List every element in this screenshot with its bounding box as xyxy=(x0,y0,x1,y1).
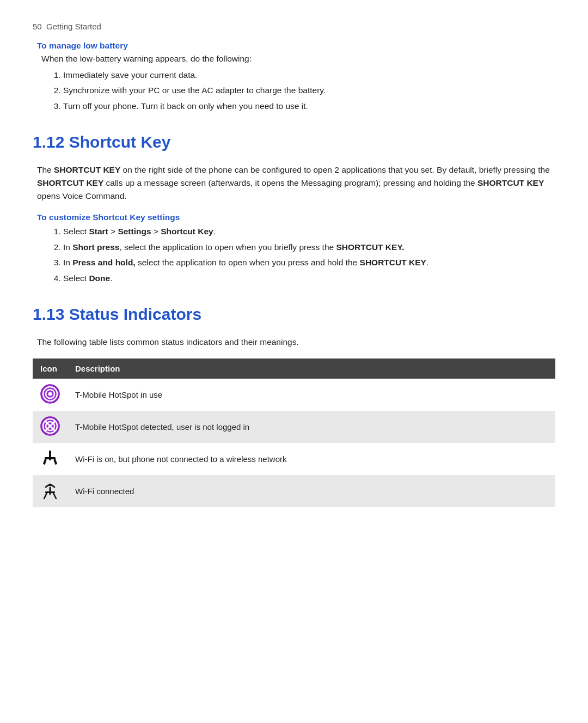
manage-battery-heading: To manage low battery xyxy=(37,41,555,51)
table-header: Icon Description xyxy=(33,359,555,379)
svg-rect-11 xyxy=(43,459,47,465)
step2-shortcut-key: SHORTCUT KEY. xyxy=(336,242,404,252)
wifi-off-icon xyxy=(42,448,58,468)
svg-line-16 xyxy=(53,493,56,499)
status-indicators-intro: The following table lists common status … xyxy=(37,336,555,349)
col-header-description: Description xyxy=(68,359,555,379)
step1-start: Start xyxy=(89,227,108,236)
svg-rect-13 xyxy=(50,487,51,495)
manage-battery-steps: Immediately save your current data. Sync… xyxy=(63,69,555,112)
status-indicators-section: 1.13 Status Indicators The following tab… xyxy=(33,305,555,507)
page-number: 50 Getting Started xyxy=(33,22,555,31)
step3-press-hold: Press and hold, xyxy=(72,258,135,267)
step1-shortcut: Shortcut Key xyxy=(161,227,213,236)
tmobile-on-icon xyxy=(40,384,60,404)
icon-cell xyxy=(33,411,68,443)
shortcut-key-heading: 1.12 Shortcut Key xyxy=(33,133,555,151)
list-item: Select Start > Settings > Shortcut Key. xyxy=(63,226,555,238)
table-cell-description: T-Mobile HotSpot in use xyxy=(68,379,555,411)
list-item: In Press and hold, select the applicatio… xyxy=(63,257,555,269)
list-item: In Short press, select the application t… xyxy=(63,241,555,253)
page-num: 50 xyxy=(33,22,42,31)
table-row: Wi-Fi connected xyxy=(33,475,555,507)
manage-battery-section: To manage low battery When the low-batte… xyxy=(37,41,555,112)
wifi-on-icon xyxy=(42,481,58,500)
shortcut-key-section: 1.12 Shortcut Key The SHORTCUT KEY on th… xyxy=(33,133,555,284)
table-header-row: Icon Description xyxy=(33,359,555,379)
step1-settings: Settings xyxy=(118,227,151,236)
table-body: T-Mobile HotSpot in use T-Mobile HotSpot… xyxy=(33,379,555,507)
shortcut-key-body: The SHORTCUT KEY on the right side of th… xyxy=(37,163,555,203)
svg-rect-12 xyxy=(53,459,57,465)
step4-done: Done xyxy=(89,274,110,283)
list-item: Select Done. xyxy=(63,272,555,284)
customize-steps: Select Start > Settings > Shortcut Key. … xyxy=(63,226,555,284)
step2-short-press: Short press xyxy=(72,242,119,252)
shortcut-key-term2: SHORTCUT KEY xyxy=(37,178,103,187)
col-header-icon: Icon xyxy=(33,359,68,379)
step3-shortcut-key: SHORTCUT KEY xyxy=(360,258,426,267)
customize-section: To customize Shortcut Key settings Selec… xyxy=(37,212,555,284)
svg-point-3 xyxy=(48,392,52,396)
list-item: Immediately save your current data. xyxy=(63,69,555,81)
icon-cell xyxy=(33,443,68,475)
list-item: Turn off your phone. Turn it back on onl… xyxy=(63,100,555,112)
status-indicators-heading: 1.13 Status Indicators xyxy=(33,305,555,324)
manage-battery-intro: When the low-battery warning appears, do… xyxy=(41,54,555,64)
list-item: Synchronize with your PC or use the AC a… xyxy=(63,84,555,96)
svg-line-15 xyxy=(44,493,47,499)
table-row: T-Mobile HotSpot in use xyxy=(33,379,555,411)
tmobile-off-icon xyxy=(40,416,60,436)
shortcut-key-term3: SHORTCUT KEY xyxy=(477,178,544,187)
table-cell-description: Wi-Fi connected xyxy=(68,475,555,507)
svg-rect-10 xyxy=(45,457,56,459)
table-row: T-Mobile HotSpot detected, user is not l… xyxy=(33,411,555,443)
shortcut-key-term1: SHORTCUT KEY xyxy=(54,165,120,174)
page-section: Getting Started xyxy=(46,22,101,31)
table-row: Wi-Fi is on, but phone not connected to … xyxy=(33,443,555,475)
table-cell-description: Wi-Fi is on, but phone not connected to … xyxy=(68,443,555,475)
svg-point-17 xyxy=(49,484,52,487)
status-table: Icon Description T-Mobile HotSpot in use xyxy=(33,359,555,507)
customize-heading: To customize Shortcut Key settings xyxy=(37,212,555,222)
icon-cell xyxy=(33,379,68,411)
icon-cell xyxy=(33,475,68,507)
table-cell-description: T-Mobile HotSpot detected, user is not l… xyxy=(68,411,555,443)
